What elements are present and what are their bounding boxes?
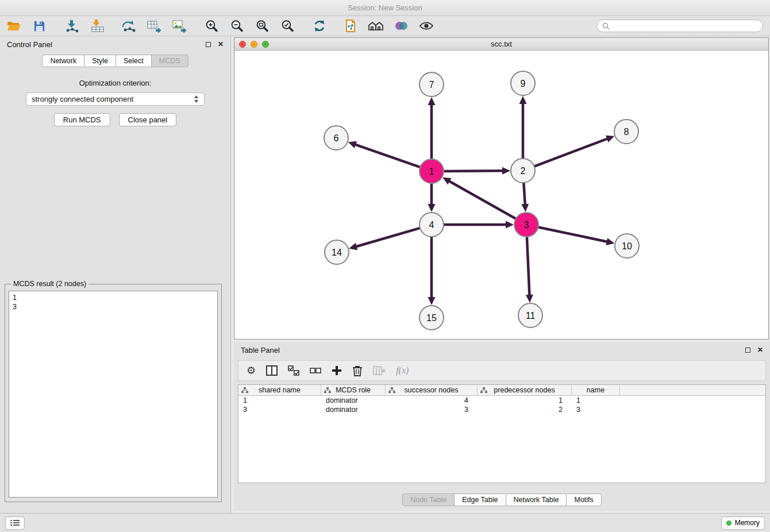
close-panel-icon[interactable]: ✕: [218, 40, 224, 48]
network-canvas[interactable]: 7968124314101511: [234, 51, 768, 339]
window-titlebar[interactable]: Session: New Session: [0, 0, 770, 16]
deselect-all-button[interactable]: [310, 365, 321, 376]
window-minimize-icon[interactable]: −: [251, 41, 257, 48]
table-row[interactable]: 3 dominator 3 2 3: [238, 405, 765, 414]
import-network-icon: [65, 19, 80, 33]
close-panel-button[interactable]: Close panel: [119, 113, 177, 126]
table-settings-button[interactable]: ⚙: [247, 365, 256, 376]
import-table-icon: [90, 19, 105, 33]
export-table-button[interactable]: [144, 18, 164, 34]
graph-edge-arrowhead: [506, 221, 514, 229]
tab-node-table[interactable]: Node Table: [402, 494, 455, 506]
show-columns-button[interactable]: [266, 365, 278, 376]
run-mcds-button[interactable]: Run MCDS: [54, 113, 110, 126]
graph-node-label: 1: [429, 167, 434, 176]
graph-edge-arrowhead: [502, 167, 510, 175]
import-table-button[interactable]: [87, 18, 108, 34]
zoom-out-button[interactable]: [226, 18, 247, 34]
export-image-button[interactable]: [169, 18, 190, 34]
tab-style[interactable]: Style: [84, 55, 116, 67]
task-history-button[interactable]: [5, 516, 25, 530]
toggle-visibility-button[interactable]: [416, 18, 437, 34]
graph-edge-3-10[interactable]: [537, 227, 608, 242]
column-header-mcds-role[interactable]: MCDS role: [321, 385, 386, 396]
tab-network-table[interactable]: Network Table: [506, 494, 567, 506]
zoom-in-button[interactable]: [201, 18, 222, 34]
column-type-icon: [388, 387, 395, 395]
search-field[interactable]: [596, 20, 763, 32]
column-header-shared-name[interactable]: shared name: [238, 385, 321, 396]
cell-shared-name[interactable]: 1: [238, 396, 321, 405]
graph-edge-4-14[interactable]: [356, 228, 421, 246]
graph-node-label: 9: [521, 79, 526, 88]
graph-edge-1-2[interactable]: [442, 171, 503, 171]
cell-predecessor-nodes[interactable]: 2: [478, 405, 572, 414]
venn-style-icon: [394, 19, 409, 33]
cell-name[interactable]: 3: [572, 405, 620, 414]
save-session-button[interactable]: [29, 18, 49, 34]
cell-successor-nodes[interactable]: 4: [386, 396, 478, 405]
duplicate-network-button[interactable]: [340, 18, 361, 34]
optimization-criterion-label: Optimization criterion:: [0, 79, 230, 87]
column-header-name[interactable]: name: [572, 385, 620, 396]
graph-edge-1-6[interactable]: [355, 144, 421, 168]
graph-edge-arrowhead: [428, 204, 436, 212]
tab-select[interactable]: Select: [116, 55, 152, 67]
network-arrows-icon: [121, 19, 136, 33]
zoom-fit-button[interactable]: [252, 18, 272, 34]
style-overlap-button[interactable]: [391, 18, 411, 34]
open-folder-icon: [6, 19, 21, 33]
delete-button[interactable]: [352, 365, 363, 376]
float-table-panel-icon[interactable]: [745, 348, 750, 353]
tab-network[interactable]: Network: [42, 55, 84, 67]
tab-edge-table[interactable]: Edge Table: [455, 494, 506, 506]
delete-column-button[interactable]: [373, 365, 386, 376]
close-table-panel-icon[interactable]: ✕: [757, 346, 763, 354]
graph-node-label: 2: [521, 166, 526, 176]
graph-edge-3-11[interactable]: [527, 236, 530, 296]
graph-edge-2-8[interactable]: [533, 138, 608, 167]
search-icon: [602, 22, 610, 30]
select-all-button[interactable]: [288, 365, 299, 376]
window-close-icon[interactable]: ×: [239, 41, 246, 48]
open-session-button[interactable]: [3, 18, 24, 34]
tab-mcds[interactable]: MCDS: [152, 55, 188, 67]
cell-name[interactable]: 1: [572, 396, 620, 405]
control-panel-tabs: Network Style Select MCDS: [0, 55, 230, 67]
dropdown-stepper-icon: [194, 95, 199, 103]
criterion-dropdown[interactable]: strongly connected component: [26, 92, 205, 106]
table-row[interactable]: 1 dominator 4 1 1: [238, 396, 765, 405]
network-window-titlebar[interactable]: × − + scc.txt: [234, 38, 768, 51]
new-network-button[interactable]: [118, 18, 139, 34]
add-column-button[interactable]: [332, 365, 342, 376]
column-header-successor-nodes[interactable]: successor nodes: [386, 385, 478, 396]
cell-mcds-role[interactable]: dominator: [321, 396, 386, 405]
graph-edge-3-1[interactable]: [449, 181, 517, 219]
cell-shared-name[interactable]: 3: [238, 405, 321, 414]
fx-icon: f(x): [396, 365, 409, 375]
float-panel-icon[interactable]: [206, 42, 211, 47]
home-view-button[interactable]: [365, 18, 386, 34]
graph-node-label: 6: [334, 133, 339, 143]
column-type-icon: [241, 387, 248, 395]
graph-edge-arrowhead: [606, 238, 614, 245]
refresh-view-button[interactable]: [309, 18, 330, 34]
graph-node-label: 15: [426, 313, 437, 323]
window-zoom-icon[interactable]: +: [262, 41, 269, 48]
search-input[interactable]: [613, 22, 757, 30]
cell-predecessor-nodes[interactable]: 1: [478, 396, 572, 405]
graph-edge-2-3[interactable]: [523, 182, 525, 205]
graph-node-label: 14: [332, 248, 342, 257]
cell-mcds-role[interactable]: dominator: [321, 405, 386, 414]
zoom-selected-button[interactable]: [277, 18, 298, 34]
status-bar: Memory: [0, 513, 770, 532]
cell-successor-nodes[interactable]: 3: [386, 405, 478, 414]
graph-node-label: 4: [429, 220, 434, 230]
tab-motifs[interactable]: Motifs: [567, 494, 601, 506]
column-header-predecessor-nodes[interactable]: predecessor nodes: [478, 385, 572, 396]
memory-button[interactable]: Memory: [721, 516, 765, 530]
mcds-result-text[interactable]: 1 3: [9, 291, 218, 498]
function-builder-button[interactable]: f(x): [396, 365, 409, 376]
graph-edge-arrowhead: [428, 297, 436, 305]
import-network-button[interactable]: [62, 18, 83, 34]
